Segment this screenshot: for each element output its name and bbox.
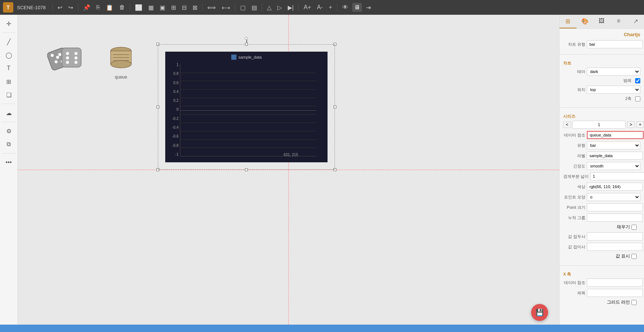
series-type-select[interactable]: bar line [587, 141, 640, 149]
sidebar-settings[interactable]: ⚙ [3, 125, 15, 137]
align-bottom-button[interactable]: ⊠ [191, 3, 199, 12]
point-shape-select[interactable]: o □ △ [587, 193, 640, 201]
copy-style-button[interactable]: ⎘ [94, 3, 102, 12]
grid-line-label: 그리드 라인 [607, 299, 630, 305]
tab-share[interactable]: ↗ [627, 15, 644, 28]
x-data-ref-input[interactable] [587, 279, 643, 287]
add-button[interactable]: + [327, 3, 334, 12]
scene-title: SCENE-1078 [17, 5, 46, 10]
series-type-row: 유형 bar line [563, 141, 640, 149]
svg-point-7 [66, 52, 69, 55]
dice-icon-element[interactable] [47, 44, 84, 74]
save-button[interactable]: 💾 [531, 304, 548, 321]
align-center-button[interactable]: ▦ [146, 3, 156, 12]
series-add-button[interactable]: + [636, 121, 644, 128]
x-data-ref-row: 데이터 참조 [563, 279, 640, 287]
tension-select[interactable]: smooth linear [587, 162, 640, 170]
rotate-handle[interactable] [245, 37, 248, 40]
sep-3 [130, 4, 130, 11]
align-right-button[interactable]: ▣ [158, 3, 167, 12]
delete-button[interactable]: 🗑 [117, 3, 127, 12]
color-label: 색상 [563, 184, 585, 190]
text-large-button[interactable]: A+ [302, 3, 313, 12]
sep-7 [298, 4, 299, 11]
sep-6 [262, 4, 262, 11]
text-small-button[interactable]: A- [315, 3, 325, 12]
grid-line-checkbox[interactable] [631, 300, 637, 305]
position-label: 위치 [563, 87, 585, 93]
align-middle-button[interactable]: ⊟ [180, 3, 188, 12]
distribute-v-button[interactable]: ⟷ [220, 3, 232, 12]
svg-point-8 [75, 52, 77, 55]
step-button[interactable]: ▶| [286, 3, 295, 12]
sidebar-table[interactable]: ⊞ [3, 76, 15, 87]
series-label-input[interactable] [587, 152, 643, 160]
grid-1 [180, 73, 316, 73]
eye-button[interactable]: 👁 [340, 3, 350, 12]
chart-body: 1 0.8 0.6 0.4 0.2 0 -0.2 -0.4 -0.6 -0.8 … [165, 63, 328, 162]
point-size-input[interactable] [587, 203, 643, 211]
position-row: 위치 top bottom left right [563, 86, 640, 94]
sidebar-cloud[interactable]: ☁ [3, 107, 15, 119]
div-series [560, 107, 644, 108]
right-panel: ⊞ 🎨 🖼 ≡ ↗ Chartjs 차트 유형 차트 테마 dark light [559, 15, 644, 325]
screen-button[interactable]: 🖥 [352, 3, 362, 12]
div-xaxis [560, 265, 644, 266]
position-select[interactable]: top bottom left right [587, 86, 640, 94]
grid-5 [180, 106, 316, 106]
align-left-button[interactable]: ⬜ [133, 3, 144, 12]
sidebar-component[interactable]: ❑ [3, 89, 15, 101]
show-value-checkbox[interactable] [631, 254, 637, 259]
stack-group-input[interactable] [587, 214, 643, 222]
chart-section: 차트 테마 dark light 범례 위치 top bottom left r… [560, 57, 644, 105]
sep-2 [78, 4, 78, 11]
chart-type-input[interactable] [587, 40, 643, 48]
triangle-button[interactable]: △ [265, 3, 273, 12]
redo-button[interactable]: ↪ [66, 3, 75, 12]
sidebar-more[interactable]: ••• [3, 156, 15, 168]
value-prefix-input[interactable] [587, 232, 643, 241]
db-queue-element[interactable]: queue [106, 44, 136, 80]
sidebar-shape[interactable]: ◯ [3, 49, 15, 61]
color-input[interactable] [587, 183, 643, 191]
series-number-input[interactable] [572, 121, 626, 129]
pin-button[interactable]: 📌 [81, 3, 92, 12]
legend-checkbox[interactable] [635, 78, 640, 83]
align-top-button[interactable]: ⊞ [169, 3, 178, 12]
sidebar-line[interactable]: ╱ [3, 36, 15, 48]
distribute-h-button[interactable]: ⟺ [205, 3, 218, 12]
tab-palette[interactable]: 🎨 [577, 15, 593, 28]
dual-axis-checkbox[interactable] [635, 96, 640, 101]
undo-button[interactable]: ↩ [56, 3, 64, 12]
series-prev-button[interactable]: < [563, 121, 571, 128]
data-ref-input[interactable] [587, 131, 644, 139]
panel-tabs: ⊞ 🎨 🖼 ≡ ↗ [560, 15, 644, 29]
grid-2 [180, 81, 316, 81]
sidebar-text[interactable]: T [3, 62, 15, 74]
exit-button[interactable]: ⇥ [364, 3, 373, 12]
value-suffix-input[interactable] [587, 243, 643, 251]
theme-select[interactable]: dark light [587, 68, 640, 76]
sep-4 [202, 4, 202, 11]
y-label-02: 0.2 [173, 98, 179, 103]
ungroup-button[interactable]: ▤ [250, 3, 259, 12]
x-title-row: 제목 [563, 289, 640, 297]
sidebar-div-1 [2, 32, 16, 33]
play-button[interactable]: ▷ [276, 3, 284, 12]
border-width-row: 경계부분 넓이 [563, 172, 640, 180]
paste-style-button[interactable]: 📋 [104, 3, 115, 12]
chart-widget[interactable]: sample_data 1 0.8 0.6 0.4 0.2 0 -0.2 -0.… [158, 44, 335, 170]
fill-checkbox[interactable] [631, 225, 637, 230]
tab-align[interactable]: ≡ [610, 15, 627, 28]
group-button[interactable]: ▢ [238, 3, 247, 12]
border-width-input[interactable] [590, 172, 644, 180]
canvas-area[interactable]: queue sample_data [18, 15, 559, 325]
stack-group-label: 누적 그룹 [563, 215, 585, 221]
tab-image[interactable]: 🖼 [593, 15, 610, 28]
sidebar-layers[interactable]: ⧉ [3, 138, 15, 150]
series-next-button[interactable]: > [627, 121, 635, 128]
tab-layout[interactable]: ⊞ [560, 15, 577, 28]
sidebar-cursor[interactable]: ✛ [3, 18, 15, 30]
x-title-input[interactable] [587, 289, 643, 297]
show-value-label: 값 표시 [616, 253, 630, 259]
